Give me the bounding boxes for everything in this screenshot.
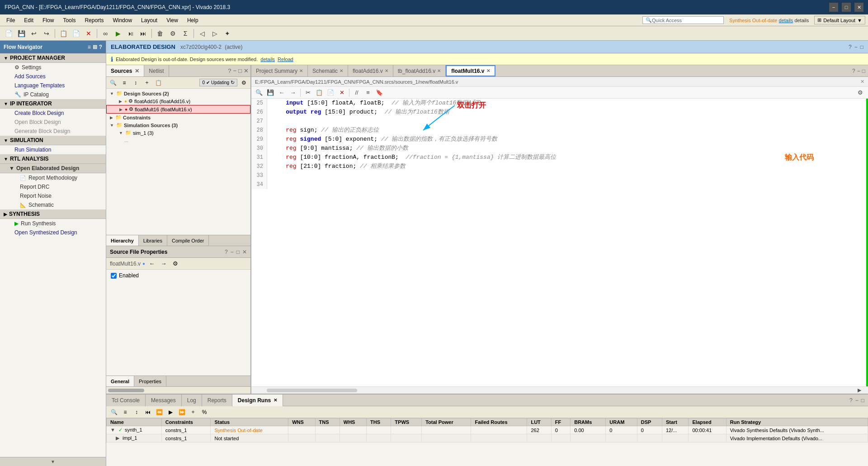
bottom-help-icon[interactable]: ?	[849, 397, 853, 404]
editor-help-icon[interactable]: ?	[852, 68, 855, 74]
sfp-min-icon[interactable]: −	[231, 249, 234, 255]
sfp-max-icon[interactable]: □	[236, 249, 240, 255]
editor-scroll-right[interactable]: ▶	[853, 387, 866, 393]
synth-details-link[interactable]: details	[779, 18, 793, 23]
design-runs-close[interactable]: ✕	[274, 398, 277, 403]
toolbar-delete[interactable]: ✕	[83, 28, 94, 39]
toolbar-back[interactable]: ◁	[196, 28, 208, 39]
col-wns[interactable]: WNS	[288, 418, 315, 426]
tab-tbfa16-close[interactable]: ✕	[437, 68, 441, 73]
hierarchy-tab[interactable]: Hierarchy	[106, 235, 139, 246]
nav-report-noise[interactable]: Report Noise	[0, 191, 106, 200]
menu-edit[interactable]: Edit	[20, 16, 37, 24]
nav-open-elaborated[interactable]: ▼ Open Elaborated Design	[0, 164, 106, 173]
nav-generate-block[interactable]: Generate Block Design	[0, 127, 106, 136]
src-copy-btn[interactable]: 📋	[153, 78, 163, 87]
col-brams[interactable]: BRAMs	[571, 418, 606, 426]
col-name[interactable]: Name	[107, 418, 162, 426]
ed-back-btn[interactable]: ←	[277, 88, 287, 97]
src-panel-min[interactable]: −	[233, 67, 237, 74]
impl1-expand[interactable]: ▶	[116, 435, 119, 441]
src-panel-help[interactable]: ?	[228, 67, 231, 74]
toolbar-step[interactable]: ⏯	[125, 28, 137, 39]
editor-hscroll[interactable]: ▶	[251, 386, 868, 394]
nav-language-templates[interactable]: Language Templates	[0, 81, 106, 90]
menu-reports[interactable]: Reports	[81, 16, 107, 24]
tab-ps-close[interactable]: ✕	[299, 68, 303, 73]
toolbar-copy[interactable]: 📋	[57, 28, 69, 39]
src-panel-max[interactable]: □	[238, 67, 242, 74]
nav-icon-3[interactable]: ?	[99, 44, 102, 50]
col-elapsed[interactable]: Elapsed	[689, 418, 726, 426]
tab-messages[interactable]: Messages	[146, 395, 182, 406]
col-lut[interactable]: LUT	[527, 418, 551, 426]
editor-max-icon[interactable]: □	[862, 68, 865, 74]
bot-search-btn[interactable]: 🔍	[109, 408, 119, 417]
editor-path-close[interactable]: ✕	[860, 79, 864, 85]
sfp-general-tab[interactable]: General	[106, 376, 134, 386]
col-start[interactable]: Start	[662, 418, 689, 426]
src-collapse-btn[interactable]: ≡	[119, 78, 129, 87]
sfp-enabled-checkbox[interactable]: Enabled	[111, 272, 246, 279]
section-simulation[interactable]: ▼ SIMULATION	[0, 136, 106, 145]
toolbar-sigma[interactable]: Σ	[179, 28, 191, 39]
ed-delete-btn[interactable]: ✕	[337, 88, 347, 97]
sfp-hscroll-thumb[interactable]	[108, 389, 144, 392]
col-whs[interactable]: WHS	[340, 418, 366, 426]
libraries-tab[interactable]: Libraries	[139, 235, 167, 246]
sfp-hscroll[interactable]	[106, 386, 250, 394]
sfp-help-icon[interactable]: ?	[225, 249, 228, 255]
nav-ip-catalog[interactable]: 🔧 IP Catalog	[0, 90, 106, 99]
menu-file[interactable]: File	[3, 16, 19, 24]
src-settings-btn[interactable]: ⚙	[239, 78, 249, 87]
nav-run-synthesis[interactable]: ▶ Run Synthesis	[0, 219, 106, 228]
nav-report-methodology[interactable]: 📄 Report Methodology	[0, 173, 106, 182]
spin-icon[interactable]: ↻	[231, 80, 235, 86]
col-ths[interactable]: THS	[367, 418, 391, 426]
ed-bookmark-btn[interactable]: 🔖	[374, 88, 384, 97]
minimize-button[interactable]: −	[829, 3, 838, 12]
synth1-expand[interactable]: ▼	[110, 427, 115, 433]
toolbar-star[interactable]: ✦	[222, 28, 233, 39]
col-run-strategy[interactable]: Run Strategy	[726, 418, 868, 426]
sim-sources-group[interactable]: ▼ 📁 Simulation Sources (3)	[106, 121, 250, 129]
nav-settings[interactable]: ⚙ Settings	[0, 63, 106, 72]
floatadd16-item[interactable]: ▶ ● ⚙ floatAdd16 (floatAdd16.v)	[106, 97, 250, 105]
netlist-tab[interactable]: Netlist	[144, 65, 169, 76]
ed-paste-btn[interactable]: 📄	[326, 88, 335, 97]
bot-prev-btn[interactable]: ⏪	[154, 408, 164, 417]
elab-help-icon[interactable]: ?	[849, 44, 852, 50]
menu-tools[interactable]: Tools	[59, 16, 79, 24]
section-ip-integrator[interactable]: ▼ IP INTEGRATOR	[0, 99, 106, 109]
col-constraints[interactable]: Constraints	[161, 418, 211, 426]
menu-window[interactable]: Window	[109, 16, 136, 24]
toolbar-settings[interactable]: ⚙	[167, 28, 179, 39]
compile-order-tab[interactable]: Compile Order	[167, 235, 209, 246]
sources-tab[interactable]: Sources ✕	[106, 65, 144, 76]
ed-format-btn[interactable]: ≡	[363, 88, 373, 97]
editor-hscroll-thumb[interactable]	[267, 389, 357, 392]
menu-flow[interactable]: Flow	[39, 16, 57, 24]
col-ff[interactable]: FF	[551, 418, 570, 426]
sim1-item[interactable]: ▼ 📁 sim_1 (3)	[106, 129, 250, 137]
tab-sch-close[interactable]: ✕	[340, 68, 343, 73]
col-total-power[interactable]: Total Power	[422, 418, 471, 426]
col-status[interactable]: Status	[211, 418, 288, 426]
tab-floatmult16[interactable]: floatMult16.v ✕	[446, 65, 495, 76]
src-add-btn[interactable]: ＋	[142, 78, 152, 87]
tab-fa16-close[interactable]: ✕	[385, 68, 388, 73]
bot-collapse-btn[interactable]: ≡	[120, 408, 130, 417]
tab-schematic[interactable]: Schematic ✕	[308, 65, 348, 76]
bot-play-btn[interactable]: ▶	[165, 408, 175, 417]
col-dsp[interactable]: DSP	[637, 418, 662, 426]
close-button[interactable]: ✕	[854, 3, 863, 12]
col-uram[interactable]: URAM	[606, 418, 637, 426]
toolbar-run[interactable]: ▶	[112, 28, 124, 39]
tab-reports[interactable]: Reports	[202, 395, 232, 406]
toolbar-forward[interactable]: ▷	[209, 28, 221, 39]
sources-tab-close[interactable]: ✕	[135, 68, 139, 74]
nav-open-block[interactable]: Open Block Design	[0, 118, 106, 127]
tab-design-runs[interactable]: Design Runs ✕	[232, 395, 283, 406]
col-tpws[interactable]: TPWS	[391, 418, 422, 426]
ed-save-btn[interactable]: 💾	[265, 88, 275, 97]
